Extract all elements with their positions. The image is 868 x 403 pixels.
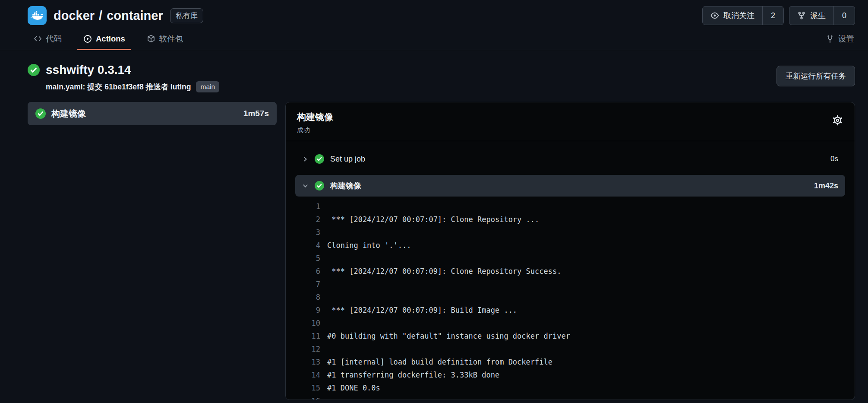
log-line[interactable]: 14#1 transferring dockerfile: 3.33kB don… <box>295 368 855 381</box>
log-line-text: #1 transferring dockerfile: 3.33kB done <box>327 368 499 381</box>
tab-settings-label: 设置 <box>838 33 854 44</box>
docker-logo-icon <box>30 8 44 23</box>
log-line[interactable]: 13#1 [internal] load build definition fr… <box>295 355 855 368</box>
log-line-number: 9 <box>295 304 320 317</box>
tab-packages[interactable]: 软件包 <box>141 28 189 50</box>
tab-actions-label: Actions <box>96 34 125 44</box>
package-icon <box>147 35 155 43</box>
repo-owner-link[interactable]: docker <box>54 9 95 23</box>
log-line-number: 8 <box>295 291 320 304</box>
job-list-item[interactable]: 构建镜像 1m57s <box>28 102 277 125</box>
run-commit-row: main.yaml: 提交 61be1f3ef8 推送者 luting main <box>46 81 219 92</box>
check-circle-icon <box>28 64 40 76</box>
chevron-right-icon <box>302 156 309 162</box>
job-log-panel: 构建镜像 成功 Set up job 0s <box>285 102 855 400</box>
log-line-number: 6 <box>295 265 320 278</box>
log-line-number: 14 <box>295 368 320 381</box>
repo-name-link[interactable]: container <box>107 9 163 23</box>
log-line-text: *** [2024/12/07 00:07:09]: Build Image .… <box>327 304 517 317</box>
log-line-text: *** [2024/12/07 00:07:09]: Clone Reposit… <box>327 265 561 278</box>
job-list: 构建镜像 1m57s <box>28 102 277 125</box>
run-main: 构建镜像 1m57s 构建镜像 成功 <box>0 92 868 400</box>
repo-separator: / <box>99 9 102 23</box>
log-line[interactable]: 16 <box>295 394 855 400</box>
rerun-all-jobs-button[interactable]: 重新运行所有任务 <box>776 66 855 86</box>
log-line-text: #1 [internal] load build definition from… <box>327 355 552 368</box>
log-line[interactable]: 7 <box>295 278 855 291</box>
job-panel-titles: 构建镜像 成功 <box>297 111 333 134</box>
step-row-build-image[interactable]: 构建镜像 1m42s <box>295 175 845 197</box>
tab-code-label: 代码 <box>46 33 62 44</box>
step-list: Set up job 0s 构建镜像 1m42s <box>286 141 855 197</box>
chevron-down-icon <box>302 183 309 189</box>
forks-count[interactable]: 0 <box>833 6 855 25</box>
code-icon <box>34 35 42 43</box>
repo-avatar[interactable] <box>28 6 47 25</box>
log-line[interactable]: 2 *** [2024/12/07 00:07:07]: Clone Repos… <box>295 213 855 226</box>
watchers-count[interactable]: 2 <box>762 6 783 25</box>
log-line-number: 2 <box>295 213 320 226</box>
log-line-number: 16 <box>295 394 320 400</box>
step-name: 构建镜像 <box>330 181 361 191</box>
step-row-setup-job[interactable]: Set up job 0s <box>295 148 845 170</box>
tab-packages-label: 软件包 <box>159 33 183 44</box>
fork-label: 派生 <box>810 10 826 21</box>
private-repo-badge: 私有库 <box>170 8 203 23</box>
fork-icon <box>797 11 806 20</box>
log-line-text: *** [2024/12/07 00:07:07]: Clone Reposit… <box>327 213 539 226</box>
tab-settings[interactable]: 设置 <box>820 28 855 50</box>
check-circle-icon <box>315 181 324 190</box>
job-panel-header: 构建镜像 成功 <box>286 102 855 141</box>
log-line-number: 7 <box>295 278 320 291</box>
log-line[interactable]: 12 <box>295 343 855 355</box>
run-header-left: sshwifty 0.3.14 main.yaml: 提交 61be1f3ef8… <box>28 63 219 92</box>
step-duration: 0s <box>830 155 838 163</box>
actions-run-page: docker / container 私有库 取消关注 2 <box>0 0 868 403</box>
log-line[interactable]: 3 <box>295 226 855 239</box>
log-line[interactable]: 5 <box>295 252 855 265</box>
repo-action-buttons: 取消关注 2 派生 0 <box>702 6 855 25</box>
tab-actions[interactable]: Actions <box>77 28 131 50</box>
log-line-number: 11 <box>295 330 320 343</box>
log-line[interactable]: 8 <box>295 291 855 304</box>
log-line-number: 5 <box>295 252 320 265</box>
log-line[interactable]: 4Cloning into '.'... <box>295 239 855 252</box>
log-line[interactable]: 15#1 DONE 0.0s <box>295 381 855 394</box>
log-line[interactable]: 6 *** [2024/12/07 00:07:09]: Clone Repos… <box>295 265 855 278</box>
step-duration: 1m42s <box>814 181 838 190</box>
repo-header: docker / container 私有库 取消关注 2 <box>0 0 868 27</box>
log-line-number: 13 <box>295 355 320 368</box>
gear-icon[interactable] <box>832 114 843 126</box>
run-title-row: sshwifty 0.3.14 <box>28 63 219 77</box>
log-line-number: 12 <box>295 343 320 355</box>
job-status-text: 成功 <box>297 126 333 134</box>
unwatch-button-main[interactable]: 取消关注 <box>703 6 762 25</box>
check-circle-icon <box>315 154 324 164</box>
eye-icon <box>710 11 719 20</box>
tab-code[interactable]: 代码 <box>28 28 68 50</box>
repo-title: docker / container <box>54 9 163 23</box>
log-line-text: #1 DONE 0.0s <box>327 381 380 394</box>
fork-button[interactable]: 派生 0 <box>789 6 855 25</box>
log-line-number: 10 <box>295 317 320 330</box>
fork-button-main[interactable]: 派生 <box>789 6 833 25</box>
log-line-text: Cloning into '.'... <box>327 239 411 252</box>
branch-badge[interactable]: main <box>196 81 219 92</box>
step-name: Set up job <box>330 155 365 164</box>
log-line-number: 3 <box>295 226 320 239</box>
check-circle-icon <box>35 108 46 119</box>
log-line[interactable]: 10 <box>295 317 855 330</box>
log-line[interactable]: 11#0 building with "default" instance us… <box>295 330 855 343</box>
repo-tab-bar: 代码 Actions 软件包 设置 <box>0 28 868 50</box>
job-name: 构建镜像 <box>51 108 86 120</box>
job-panel-title: 构建镜像 <box>297 111 333 123</box>
unwatch-button[interactable]: 取消关注 2 <box>702 6 784 25</box>
run-header: sshwifty 0.3.14 main.yaml: 提交 61be1f3ef8… <box>0 50 868 92</box>
log-output: 12 *** [2024/12/07 00:07:07]: Clone Repo… <box>286 197 855 400</box>
log-line[interactable]: 1 <box>295 200 855 213</box>
play-circle-icon <box>83 35 92 43</box>
log-line-number: 4 <box>295 239 320 252</box>
job-duration: 1m57s <box>243 109 269 118</box>
log-line[interactable]: 9 *** [2024/12/07 00:07:09]: Build Image… <box>295 304 855 317</box>
commit-summary[interactable]: main.yaml: 提交 61be1f3ef8 推送者 luting <box>46 82 191 92</box>
